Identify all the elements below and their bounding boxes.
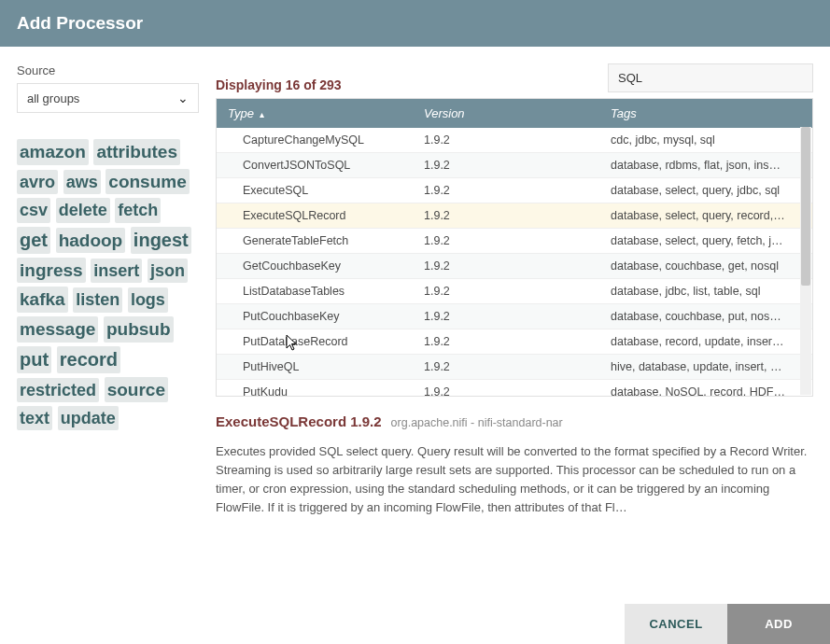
detail-source: org.apache.nifi - nifi-standard-nar xyxy=(391,416,563,429)
cell-tags: database, jdbc, list, table, sql xyxy=(599,285,812,298)
cancel-button[interactable]: CANCEL xyxy=(625,604,727,644)
tag-kafka[interactable]: kafka xyxy=(17,287,68,313)
tag-csv[interactable]: csv xyxy=(17,198,50,222)
cell-tags: database, rdbms, flat, json, ins… xyxy=(599,159,812,172)
table-row[interactable]: GenerateTableFetch1.9.2database, select,… xyxy=(217,229,812,254)
add-button[interactable]: ADD xyxy=(727,604,830,644)
cell-type: GetCouchbaseKey xyxy=(217,259,413,273)
detail-description: Executes provided SQL select query. Quer… xyxy=(216,442,813,518)
cell-tags: hive, database, update, insert, … xyxy=(599,360,812,373)
chevron-down-icon: ⌄ xyxy=(177,91,189,105)
results-top-row: Displaying 16 of 293 xyxy=(216,63,813,92)
dialog-header: Add Processor xyxy=(0,0,830,47)
tag-consume[interactable]: consume xyxy=(106,169,189,195)
cell-version: 1.9.2 xyxy=(413,360,599,373)
cell-version: 1.9.2 xyxy=(413,133,599,147)
processor-table: Type ▴ Version Tags CaptureChangeMySQL1.… xyxy=(216,98,813,397)
sort-ascending-icon: ▴ xyxy=(260,109,264,119)
tag-message[interactable]: message xyxy=(17,316,98,343)
column-type[interactable]: Type ▴ xyxy=(217,99,413,128)
cell-type: PutDatabaseRecord xyxy=(217,335,413,348)
table-row[interactable]: PutKudu1.9.2database, NoSQL, record, HDF… xyxy=(217,380,812,397)
result-count: Displaying 16 of 293 xyxy=(216,77,342,92)
tag-text[interactable]: text xyxy=(17,406,52,430)
tag-hadoop[interactable]: hadoop xyxy=(56,228,126,254)
tag-cloud: amazon attributes avro aws consume csv d… xyxy=(17,137,199,432)
cell-version: 1.9.2 xyxy=(413,285,599,298)
cell-tags: database, select, query, fetch, j… xyxy=(599,234,812,247)
source-selected-value: all groups xyxy=(27,91,79,105)
tag-attributes[interactable]: attributes xyxy=(93,139,180,165)
cell-type: ConvertJSONToSQL xyxy=(217,159,413,172)
cell-type: CaptureChangeMySQL xyxy=(217,133,413,147)
dialog-body: Source all groups ⌄ amazon attributes av… xyxy=(0,47,830,518)
dialog-title: Add Processor xyxy=(17,13,143,33)
cell-type: PutKudu xyxy=(217,385,413,397)
tag-json[interactable]: json xyxy=(148,259,188,283)
tag-aws[interactable]: aws xyxy=(63,170,101,194)
column-tags[interactable]: Tags xyxy=(599,99,812,128)
scroll-thumb[interactable] xyxy=(801,127,810,286)
table-row[interactable]: PutCouchbaseKey1.9.2database, couchbase,… xyxy=(217,304,812,329)
table-row[interactable]: ExecuteSQL1.9.2database, select, query, … xyxy=(217,178,812,203)
cell-tags: database, record, update, inser… xyxy=(599,335,812,348)
tag-logs[interactable]: logs xyxy=(128,287,168,312)
cell-tags: database, NoSQL, record, HDF… xyxy=(599,385,812,397)
table-header: Type ▴ Version Tags xyxy=(217,99,812,128)
cell-type: ExecuteSQL xyxy=(217,184,413,197)
table-row[interactable]: PutDatabaseRecord1.9.2database, record, … xyxy=(217,329,812,355)
cell-type: GenerateTableFetch xyxy=(217,234,413,247)
cell-tags: cdc, jdbc, mysql, sql xyxy=(599,133,812,147)
cell-tags: database, couchbase, put, nos… xyxy=(599,310,812,323)
cell-type: ListDatabaseTables xyxy=(217,285,413,298)
cell-version: 1.9.2 xyxy=(413,259,599,273)
tag-ingress[interactable]: ingress xyxy=(17,258,86,284)
tag-record[interactable]: record xyxy=(57,346,120,373)
detail-panel: ExecuteSQLRecord 1.9.2 org.apache.nifi -… xyxy=(216,413,813,518)
tag-source[interactable]: source xyxy=(105,377,168,403)
tag-ingest[interactable]: ingest xyxy=(131,227,191,254)
tag-avro[interactable]: avro xyxy=(17,170,58,194)
table-row[interactable]: ConvertJSONToSQL1.9.2database, rdbms, fl… xyxy=(217,153,812,178)
vertical-scrollbar[interactable] xyxy=(800,127,811,395)
tag-update[interactable]: update xyxy=(58,406,119,430)
cell-tags: database, couchbase, get, nosql xyxy=(599,259,812,273)
cell-version: 1.9.2 xyxy=(413,385,599,397)
dialog-footer: CANCEL ADD xyxy=(0,604,830,644)
left-column: Source all groups ⌄ amazon attributes av… xyxy=(17,63,199,518)
cell-type: PutHiveQL xyxy=(217,360,413,373)
cell-type: ExecuteSQLRecord xyxy=(217,209,413,222)
tag-get[interactable]: get xyxy=(17,227,50,254)
table-row[interactable]: GetCouchbaseKey1.9.2database, couchbase,… xyxy=(217,254,812,279)
cell-version: 1.9.2 xyxy=(413,184,599,197)
table-body: CaptureChangeMySQL1.9.2cdc, jdbc, mysql,… xyxy=(217,128,812,397)
cell-version: 1.9.2 xyxy=(413,209,599,222)
cell-tags: database, select, query, record,… xyxy=(599,209,812,222)
detail-title-row: ExecuteSQLRecord 1.9.2 org.apache.nifi -… xyxy=(216,413,813,429)
cell-tags: database, select, query, jdbc, sql xyxy=(599,184,812,197)
tag-pubsub[interactable]: pubsub xyxy=(104,316,174,343)
tag-fetch[interactable]: fetch xyxy=(115,198,161,222)
source-dropdown[interactable]: all groups ⌄ xyxy=(17,83,199,113)
detail-title: ExecuteSQLRecord 1.9.2 xyxy=(216,413,382,429)
tag-insert[interactable]: insert xyxy=(91,259,142,283)
cell-type: PutCouchbaseKey xyxy=(217,310,413,323)
tag-delete[interactable]: delete xyxy=(56,198,110,222)
cell-version: 1.9.2 xyxy=(413,234,599,247)
cell-version: 1.9.2 xyxy=(413,335,599,348)
tag-restricted[interactable]: restricted xyxy=(17,378,99,402)
table-row[interactable]: ListDatabaseTables1.9.2database, jdbc, l… xyxy=(217,279,812,304)
source-label: Source xyxy=(17,63,199,77)
table-row[interactable]: CaptureChangeMySQL1.9.2cdc, jdbc, mysql,… xyxy=(217,128,812,153)
table-row[interactable]: PutHiveQL1.9.2hive, database, update, in… xyxy=(217,355,812,380)
tag-put[interactable]: put xyxy=(17,346,51,373)
column-version[interactable]: Version xyxy=(413,99,599,128)
right-column: Displaying 16 of 293 Type ▴ Version Tags… xyxy=(216,63,813,518)
cell-version: 1.9.2 xyxy=(413,310,599,323)
search-input[interactable] xyxy=(608,63,813,92)
table-row[interactable]: ExecuteSQLRecord1.9.2database, select, q… xyxy=(217,203,812,229)
tag-listen[interactable]: listen xyxy=(73,287,122,312)
cell-version: 1.9.2 xyxy=(413,159,599,172)
tag-amazon[interactable]: amazon xyxy=(17,139,89,165)
